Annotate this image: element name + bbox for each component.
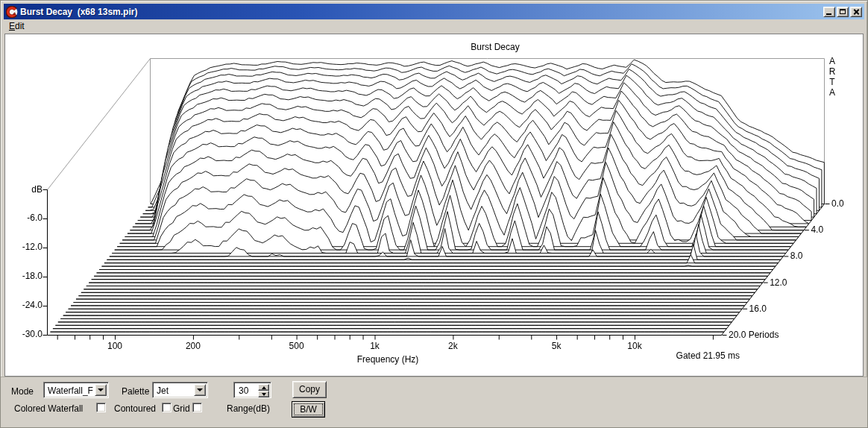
close-button[interactable] [850, 7, 862, 17]
x-tick-label: 200 [178, 341, 208, 351]
y-tick-label: -30.0 [5, 329, 43, 339]
menu-edit[interactable]: Edit [4, 20, 30, 32]
spinner-up-icon[interactable] [258, 384, 269, 391]
x-tick-label: 1k [360, 341, 390, 351]
period-tick-label: 8.0 [790, 251, 803, 261]
y-tick-label: -24.0 [5, 300, 43, 310]
palette-dropdown[interactable]: Jet [152, 382, 208, 398]
x-tick-label: 500 [282, 341, 312, 351]
chevron-down-icon[interactable] [95, 384, 107, 396]
period-tick-label: 4.0 [811, 224, 823, 235]
x-tick-label: 10k [620, 341, 650, 351]
chevron-down-icon[interactable] [194, 384, 206, 396]
palette-label: Palette [122, 386, 149, 397]
y-tick-label: -12.0 [5, 242, 43, 252]
y-tick-label: -6.0 [5, 213, 43, 223]
contoured-checkbox[interactable] [162, 403, 172, 412]
y-tick-label: -18.0 [5, 271, 43, 281]
window-title: Burst Decay (x68 13sm.pir) [20, 7, 823, 17]
app-window: Burst Decay (x68 13sm.pir) Edit Burst De… [0, 0, 868, 428]
copy-button[interactable]: Copy [292, 381, 327, 398]
minimize-button[interactable] [823, 7, 835, 17]
period-tick-label: 16.0 [749, 303, 767, 314]
colored-waterfall-label: Colored Waterfall [14, 403, 83, 414]
gated-time-label: Gated 21.95 ms [591, 350, 740, 361]
period-tick-label: 12.0 [770, 277, 787, 288]
x-tick-label: 2k [438, 341, 468, 351]
maximize-button[interactable] [837, 7, 849, 17]
menu-bar: Edit [4, 19, 864, 33]
arta-app-icon [6, 6, 18, 18]
x-tick-label: 100 [100, 341, 130, 351]
colored-waterfall-checkbox[interactable] [96, 403, 106, 412]
arta-watermark: ARTA [827, 56, 837, 98]
grid-checkbox[interactable] [192, 403, 202, 412]
minimize-icon [826, 13, 831, 15]
range-spinner[interactable]: 30 [233, 382, 271, 398]
burst-decay-plot-panel: Burst Decay dB Frequency (Hz) Gated 21.9… [4, 34, 864, 377]
x-axis-label: Frequency (Hz) [309, 354, 466, 365]
contoured-label: Contoured [114, 403, 156, 414]
y-axis-unit-label: dB [5, 184, 43, 195]
x-tick-label: 5k [541, 341, 571, 351]
bw-button[interactable]: B/W [292, 401, 325, 418]
period-tick-label: 20.0 Periods [729, 330, 779, 340]
spinner-down-icon[interactable] [258, 391, 269, 397]
mode-dropdown[interactable]: Waterfall_F [43, 382, 109, 398]
waterfall-canvas[interactable] [5, 34, 863, 376]
maximize-icon [840, 9, 846, 14]
palette-value: Jet [157, 385, 169, 396]
mode-label: Mode [11, 386, 34, 397]
range-db-label: Range(dB) [227, 403, 270, 414]
plot-title: Burst Decay [432, 42, 559, 52]
range-value: 30 [239, 385, 248, 396]
control-bar: Mode Waterfall_F Palette Jet 30 Range(dB… [1, 377, 868, 428]
mode-value: Waterfall_F [48, 385, 93, 396]
period-tick-label: 0.0 [831, 198, 844, 209]
grid-label: Grid [173, 403, 190, 414]
titlebar[interactable]: Burst Decay (x68 13sm.pir) [4, 4, 864, 19]
